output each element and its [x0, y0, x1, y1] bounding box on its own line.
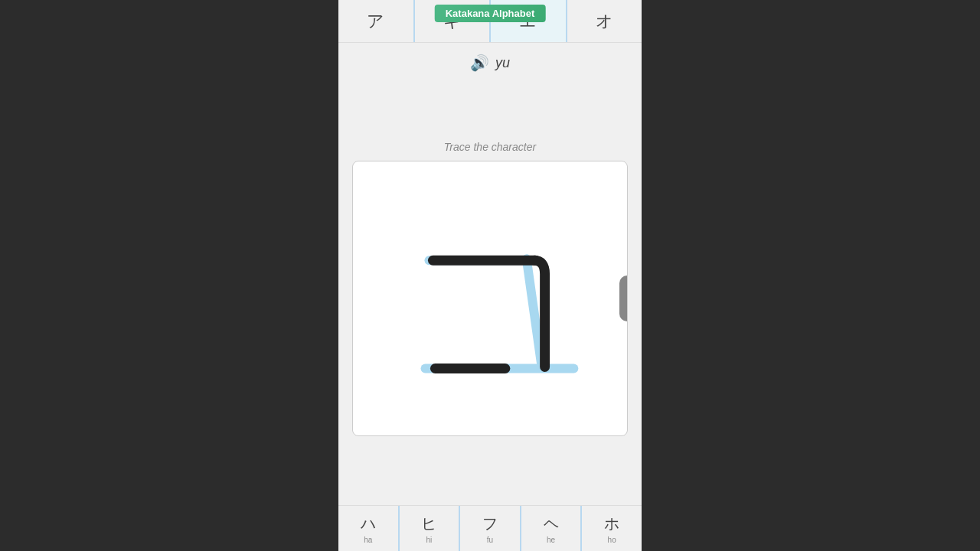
char-kana-he: ヘ: [544, 514, 559, 534]
alpha-kana-o: オ: [596, 10, 613, 33]
main-panel: Katakana Alphabet ア キ エ オ 🔊 yu Trace the…: [338, 0, 642, 551]
drawing-area[interactable]: [352, 161, 628, 436]
pronunciation-text: yu: [495, 55, 510, 71]
alphabet-bar: Katakana Alphabet ア キ エ オ: [338, 0, 642, 43]
background-left: [0, 0, 338, 551]
side-handle: [619, 276, 628, 321]
alpha-item-o[interactable]: オ: [567, 0, 642, 42]
sound-row[interactable]: 🔊 yu: [470, 54, 510, 72]
char-item-he[interactable]: ヘ he: [521, 506, 583, 551]
background-right: [642, 0, 980, 551]
trace-instruction: Trace the character: [444, 141, 536, 153]
alpha-kana-a: ア: [367, 10, 384, 33]
sound-icon[interactable]: 🔊: [470, 54, 489, 72]
katakana-banner: Katakana Alphabet: [435, 5, 546, 22]
char-romaji-ho: ho: [608, 536, 616, 544]
char-romaji-he: he: [547, 536, 555, 544]
char-kana-fu: フ: [482, 514, 498, 534]
char-romaji-fu: fu: [487, 536, 493, 544]
alpha-item-a[interactable]: ア: [338, 0, 415, 42]
char-item-ho[interactable]: ホ ho: [582, 506, 642, 551]
char-kana-ha: ハ: [361, 514, 376, 534]
char-item-hi[interactable]: ヒ hi: [400, 506, 461, 551]
char-romaji-hi: hi: [426, 536, 432, 544]
char-romaji-ha: ha: [364, 536, 372, 544]
bottom-char-bar: ハ ha ヒ hi フ fu ヘ he ホ ho: [338, 505, 642, 551]
svg-line-1: [527, 259, 542, 367]
char-item-fu[interactable]: フ fu: [460, 506, 521, 551]
char-kana-hi: ヒ: [421, 514, 436, 534]
char-item-ha[interactable]: ハ ha: [338, 506, 400, 551]
character-svg: [353, 161, 627, 435]
char-kana-ho: ホ: [604, 514, 619, 534]
